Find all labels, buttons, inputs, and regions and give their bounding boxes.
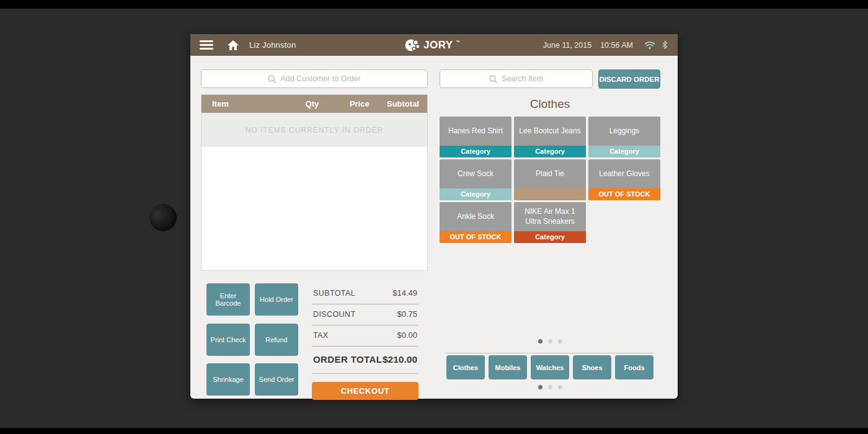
category-tabs-divider — [446, 353, 654, 353]
pager-dot[interactable] — [558, 339, 562, 343]
product-badge: Category — [588, 146, 660, 157]
empty-order-message: NO ITEMS CURRENTLY IN ORDER — [246, 126, 384, 135]
product-name: Crew Sock — [440, 159, 512, 188]
pager-dot[interactable] — [538, 385, 542, 389]
order-totals-rows: SUBTOTAL $14.49 DISCOUNT $0.75 — [312, 283, 418, 347]
hamburger-menu-icon[interactable] — [200, 40, 213, 50]
category-tab[interactable]: Shoes — [573, 355, 611, 379]
order-items-table: Item Qty Price Subtotal NO ITEMS CURRENT… — [201, 94, 428, 271]
product-name: Leggings — [588, 117, 660, 146]
order-total-row: ORDER TOTAL $210.00 — [312, 347, 418, 374]
column-header-price: Price — [337, 99, 382, 108]
product-pager — [440, 339, 660, 343]
order-action-button[interactable]: Send Order — [255, 363, 298, 396]
user-name: Liz Johnston — [249, 40, 296, 50]
product-name: Lee Bootcut Jeans — [514, 117, 586, 146]
total-row: SUBTOTAL $14.49 — [312, 283, 418, 304]
product-grid: Hanes Red Shirt Category Lee Bootcut Jea… — [440, 117, 660, 243]
app-header: Liz Johnston JORY ™ June 11, 2015 10:56 … — [190, 34, 678, 56]
order-total-value: $210.00 — [383, 354, 417, 365]
column-header-qty: Qty — [287, 99, 337, 108]
app-body: Add Customer to Order Item Qty Price Sub… — [190, 56, 678, 400]
search-icon — [268, 75, 276, 83]
product-tile[interactable]: Leggings Category — [588, 117, 660, 157]
total-value: $14.49 — [392, 288, 417, 298]
product-badge: Category — [514, 146, 586, 157]
order-action-button[interactable]: Print Check — [206, 324, 250, 356]
order-total-label: ORDER TOTAL — [313, 354, 382, 365]
category-tabs: Clothes Mobiles Watches Shoes Foods — [440, 355, 660, 379]
product-name: Ankle Sock — [440, 202, 512, 231]
product-badge: Category — [514, 231, 586, 243]
catalog-toolbar: Search Item DISCARD ORDER — [440, 69, 660, 89]
empty-order-message-row: NO ITEMS CURRENTLY IN ORDER — [202, 113, 427, 147]
product-badge: OUT OF STOCK — [440, 231, 512, 243]
screen-bezel-bottom — [0, 428, 868, 434]
total-value: $0.75 — [397, 309, 417, 319]
camera-lens-dot — [149, 204, 177, 231]
brand-trademark: ™ — [456, 40, 460, 44]
home-icon-glyph — [228, 40, 239, 50]
wifi-icon — [644, 41, 655, 50]
total-label: SUBTOTAL — [313, 289, 355, 298]
product-badge: Category — [440, 146, 512, 157]
category-tab[interactable]: Watches — [531, 355, 569, 379]
order-panel: Add Customer to Order Item Qty Price Sub… — [201, 69, 428, 400]
customer-search-input[interactable]: Add Customer to Order — [201, 69, 428, 88]
category-title: Clothes — [440, 97, 660, 111]
discard-order-button[interactable]: DISCARD ORDER — [598, 69, 660, 89]
product-name: Hanes Red Shirt — [440, 117, 512, 146]
order-footer: Enter Barcode Hold Order Print Check Ref… — [201, 283, 428, 400]
home-icon[interactable] — [228, 40, 239, 50]
category-tab[interactable]: Foods — [615, 355, 653, 379]
total-label: DISCOUNT — [313, 310, 355, 319]
pager-dot[interactable] — [548, 339, 552, 343]
order-action-button[interactable]: Enter Barcode — [206, 283, 250, 316]
product-name: Leather Gloves — [588, 159, 660, 188]
pager-dot[interactable] — [538, 339, 542, 343]
order-action-buttons: Enter Barcode Hold Order Print Check Ref… — [206, 283, 298, 400]
checkout-button[interactable]: CHECKOUT — [312, 382, 418, 400]
product-name: Plaid Tie — [514, 159, 586, 188]
header-date: June 11, 2015 — [543, 41, 591, 50]
category-pager — [440, 385, 660, 389]
screen-bezel-top — [0, 0, 868, 9]
product-tile[interactable]: Hanes Red Shirt Category — [440, 117, 512, 157]
bluetooth-icon — [662, 40, 668, 50]
product-tile[interactable]: Crew Sock Category — [440, 159, 512, 200]
total-label: TAX — [313, 331, 329, 340]
product-tile[interactable]: NIKE Air Max 1 Ultra Sneakers Category — [514, 202, 586, 243]
column-header-item: Item — [202, 99, 287, 108]
pos-app-window: Liz Johnston JORY ™ June 11, 2015 10:56 … — [190, 34, 678, 399]
product-tile[interactable]: Ankle Sock OUT OF STOCK — [440, 202, 512, 243]
total-row: DISCOUNT $0.75 — [312, 304, 418, 326]
product-name: NIKE Air Max 1 Ultra Sneakers — [514, 202, 586, 231]
column-header-subtotal: Subtotal — [382, 99, 427, 108]
pager-dot[interactable] — [558, 385, 562, 389]
item-search-input[interactable]: Search Item — [440, 69, 593, 88]
category-tab[interactable]: Clothes — [446, 355, 485, 379]
brand-name: JORY — [423, 39, 453, 51]
order-table-header: Item Qty Price Subtotal — [202, 95, 427, 113]
order-action-button[interactable]: Shrinkage — [206, 363, 250, 396]
order-action-button[interactable]: Refund — [255, 324, 298, 356]
order-action-button[interactable]: Hold Order — [255, 283, 298, 316]
order-totals: SUBTOTAL $14.49 DISCOUNT $0.75 — [312, 283, 418, 400]
jory-logo-icon — [405, 38, 421, 52]
total-value: $0.00 — [397, 330, 417, 340]
item-search-placeholder: Search Item — [502, 74, 543, 83]
brand-logo: JORY ™ — [405, 34, 460, 56]
product-tile[interactable]: Plaid Tie — [514, 159, 586, 200]
pager-dot[interactable] — [548, 385, 552, 389]
search-icon — [489, 75, 497, 83]
total-row: TAX $0.00 — [312, 326, 418, 347]
category-tab[interactable]: Mobiles — [489, 355, 527, 379]
catalog-panel: Search Item DISCARD ORDER Clothes Hanes … — [440, 69, 660, 400]
product-tile[interactable]: Lee Bootcut Jeans Category — [514, 117, 586, 157]
product-tile[interactable]: Leather Gloves OUT OF STOCK — [588, 159, 660, 200]
product-badge: Category — [440, 188, 512, 200]
desktop-background: Liz Johnston JORY ™ June 11, 2015 10:56 … — [0, 0, 868, 434]
product-badge — [514, 188, 586, 200]
customer-search-placeholder: Add Customer to Order — [280, 74, 360, 83]
header-time: 10:56 AM — [600, 41, 633, 50]
